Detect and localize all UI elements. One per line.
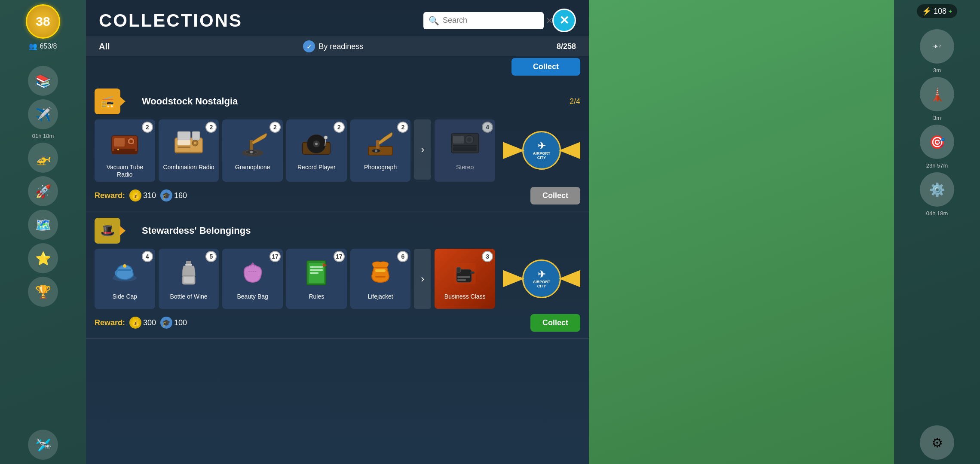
combination-radio-label: Combination Radio bbox=[163, 164, 214, 171]
beauty-bag-count: 17 bbox=[270, 251, 281, 262]
right-icon-4[interactable]: ⚙️ bbox=[920, 172, 954, 207]
svg-rect-4 bbox=[114, 149, 135, 151]
svg-rect-41 bbox=[184, 277, 194, 283]
svg-point-5 bbox=[117, 149, 119, 150]
phonograph-label: Phonograph bbox=[364, 164, 397, 171]
svg-rect-9 bbox=[192, 131, 200, 140]
stereo-label: Stereo bbox=[456, 164, 474, 171]
svg-point-12 bbox=[194, 142, 196, 144]
stewardess-reward-row: Reward: 💰 300 🎓 100 Collect bbox=[95, 314, 580, 332]
business-class-count: 3 bbox=[482, 251, 493, 262]
sidebar-item-rocket[interactable]: 🚀 bbox=[28, 176, 58, 206]
sidebar-item-map[interactable]: 🗺️ bbox=[28, 210, 58, 240]
reward-coins-1: 💰 310 bbox=[129, 189, 156, 201]
collection-woodstock: 📻 Woodstock Nostalgia 2/4 2 bbox=[86, 82, 589, 211]
filter-readiness[interactable]: ✓ By readiness bbox=[119, 40, 548, 52]
woodstock-icon: 📻 bbox=[95, 89, 120, 114]
sidebar-item-planes[interactable]: ✈️ bbox=[28, 99, 58, 129]
sidebar-item-star[interactable]: ⭐ bbox=[28, 243, 58, 273]
reward-label-2: Reward: bbox=[95, 318, 125, 327]
svg-rect-34 bbox=[453, 147, 477, 151]
item-lifejacket[interactable]: 6 Lifejacket bbox=[350, 249, 411, 309]
woodstock-items-row: 2 Vacuum Tube Radio bbox=[95, 119, 580, 182]
svg-rect-53 bbox=[456, 267, 461, 272]
sidebar-item-plane2[interactable]: 🛩️ bbox=[28, 430, 58, 460]
item-count-5: 2 bbox=[397, 122, 408, 133]
svg-rect-46 bbox=[310, 269, 323, 271]
collection-stewardess: 🎩 Stewardess' Belongings 4 bbox=[86, 211, 589, 339]
stereo-count: 4 bbox=[482, 122, 493, 133]
right-icon-3[interactable]: 🎯 bbox=[920, 125, 954, 159]
resource-badge-1: ⚡ 108 + bbox=[917, 4, 957, 18]
filter-all[interactable]: All bbox=[99, 42, 110, 52]
svg-rect-30 bbox=[453, 136, 464, 143]
svg-rect-45 bbox=[310, 266, 323, 268]
side-cap-image bbox=[105, 252, 144, 291]
collect-button-2[interactable]: Collect bbox=[530, 314, 580, 332]
item-beauty-bag[interactable]: 17 Beauty Bag bbox=[222, 249, 283, 309]
vacuum-tube-radio-image bbox=[105, 123, 144, 162]
item-phonograph[interactable]: 2 Phonograph bbox=[350, 119, 411, 182]
close-button[interactable]: ✕ bbox=[552, 9, 576, 32]
main-panel: COLLECTIONS 🔍 ✕ ✕ All ✓ By readiness 8/2… bbox=[86, 0, 589, 464]
right-icon-2[interactable]: 🗼 bbox=[920, 77, 954, 111]
cap-icon-2: 🎓 bbox=[160, 317, 172, 329]
svg-rect-55 bbox=[457, 276, 470, 278]
sidebar-item-trophy[interactable]: 🏆 bbox=[28, 277, 58, 307]
item-rules[interactable]: 17 Rules bbox=[286, 249, 347, 309]
population-stat: 👥 653/8 bbox=[29, 42, 57, 50]
phonograph-image bbox=[361, 123, 400, 162]
panel-header: COLLECTIONS 🔍 ✕ ✕ bbox=[86, 0, 589, 37]
item-bottle-wine[interactable]: 5 Bottle of Wine bbox=[159, 249, 219, 309]
item-record-player[interactable]: 2 Record Player bbox=[286, 119, 347, 182]
top-collect-area: Collect bbox=[86, 56, 589, 78]
record-player-label: Record Player bbox=[297, 164, 336, 171]
wine-bottle-image bbox=[169, 252, 208, 291]
right-sidebar: ⚡ 108 + ✈2 3m 🗼 3m 🎯 23h 57m ⚙️ 04h 18m … bbox=[894, 0, 980, 464]
search-input[interactable] bbox=[443, 16, 542, 25]
left-sidebar: 38 👥 653/8 📚 ✈️ 01h 18m 🚁 🚀 🗺️ ⭐ 🏆 🛩️ bbox=[0, 0, 86, 464]
top-collect-button[interactable]: Collect bbox=[511, 58, 580, 76]
item-count-1: 2 bbox=[142, 122, 153, 133]
search-bar[interactable]: 🔍 ✕ bbox=[423, 12, 544, 29]
search-icon: 🔍 bbox=[429, 15, 439, 26]
right-icon-1[interactable]: ✈2 bbox=[920, 29, 954, 64]
item-side-cap[interactable]: 4 Side Cap bbox=[95, 249, 155, 309]
woodstock-header: 📻 Woodstock Nostalgia 2/4 bbox=[95, 89, 580, 114]
stewardess-scroll-right[interactable]: › bbox=[414, 249, 431, 309]
reward-caps-1: 🎓 160 bbox=[160, 189, 187, 201]
collections-content[interactable]: 📻 Woodstock Nostalgia 2/4 2 bbox=[86, 78, 589, 464]
item-count-2: 2 bbox=[205, 122, 217, 133]
side-cap-count: 4 bbox=[142, 251, 153, 262]
stewardess-icon: 🎩 bbox=[95, 218, 120, 244]
item-gramophone[interactable]: 2 Gramophone bbox=[222, 119, 283, 182]
rules-image bbox=[297, 252, 336, 291]
svg-rect-49 bbox=[375, 269, 386, 272]
collect-button-1[interactable]: Collect bbox=[530, 187, 580, 205]
svg-rect-8 bbox=[178, 131, 190, 140]
svg-rect-6 bbox=[112, 151, 138, 154]
sidebar-item-books[interactable]: 📚 bbox=[28, 66, 58, 96]
reward-label-1: Reward: bbox=[95, 191, 125, 200]
svg-point-32 bbox=[467, 137, 472, 142]
svg-point-24 bbox=[324, 136, 328, 139]
lifejacket-count: 6 bbox=[397, 251, 408, 262]
item-combination-radio[interactable]: 2 Combination Radio bbox=[159, 119, 219, 182]
airport-city-logo-1: ✈ AIRPORTCITY bbox=[522, 131, 561, 170]
svg-rect-54 bbox=[470, 272, 475, 274]
beauty-bag-image bbox=[233, 252, 272, 291]
cap-icon-1: 🎓 bbox=[160, 189, 172, 201]
item-count-3: 2 bbox=[270, 122, 281, 133]
woodstock-scroll-right[interactable]: › bbox=[414, 119, 431, 180]
reward-caps-2: 🎓 100 bbox=[160, 317, 187, 329]
gramophone-image bbox=[233, 123, 272, 162]
settings-icon[interactable]: ⚙ bbox=[920, 425, 954, 460]
sidebar-item-helicopter[interactable]: 🚁 bbox=[28, 143, 58, 173]
item-vacuum-tube-radio[interactable]: 2 Vacuum Tube Radio bbox=[95, 119, 155, 182]
wing-right-icon-2 bbox=[559, 270, 580, 287]
svg-rect-14 bbox=[176, 152, 202, 153]
item-count-4: 2 bbox=[334, 122, 345, 133]
stewardess-name: Stewardess' Belongings bbox=[142, 225, 251, 236]
vacuum-tube-radio-label: Vacuum Tube Radio bbox=[98, 164, 152, 178]
gramophone-label: Gramophone bbox=[235, 164, 270, 171]
